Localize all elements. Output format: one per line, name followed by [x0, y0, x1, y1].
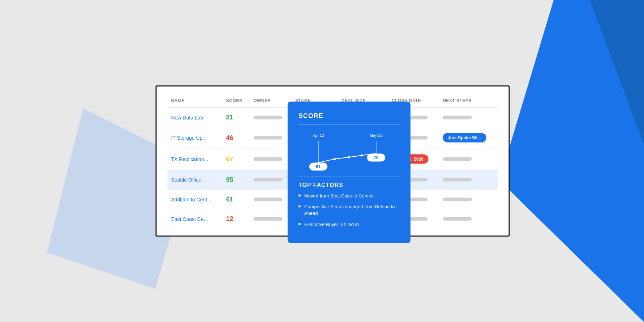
factor-bullet	[299, 194, 301, 196]
deal-owner	[250, 108, 292, 127]
deal-owner	[250, 170, 292, 190]
svg-text:Apr 12: Apr 12	[313, 133, 324, 138]
popup-divider-2	[299, 176, 400, 176]
deal-name[interactable]: Seattle Office	[167, 170, 222, 190]
svg-point-7	[334, 158, 336, 160]
deal-score: 81	[223, 108, 250, 127]
deal-name[interactable]: TX Replication...	[167, 148, 222, 170]
popup-factors-title: TOP FACTORS	[299, 182, 400, 188]
popup-score-title: SCORE	[299, 112, 400, 120]
factor-text: Executive Buyer is filled in	[304, 221, 359, 228]
factor-item: Moved from Best Case to Commit	[299, 193, 400, 199]
deal-name[interactable]: New Data Lab	[167, 108, 222, 127]
factor-text: Competitive Status changed from Behind t…	[304, 204, 400, 217]
svg-text:61: 61	[316, 164, 321, 169]
svg-point-9	[361, 154, 363, 156]
score-popup: SCORE Apr 12 May 22 61 75 TOP FACTORS Mo…	[288, 101, 411, 243]
factor-bullet	[299, 205, 301, 208]
deal-score: 61	[223, 190, 250, 209]
deal-owner	[250, 209, 292, 229]
deal-next-steps: Just Spoke Wi...	[439, 127, 498, 148]
score-chart-svg: Apr 12 May 22 61 75	[299, 132, 400, 171]
deal-score: 12	[223, 209, 250, 229]
factors-list: Moved from Best Case to CommitCompetitiv…	[299, 193, 400, 228]
col-header-name: NAME	[167, 94, 222, 108]
popup-divider-1	[299, 124, 400, 125]
col-header-nextsteps: NEXT STEPS	[439, 94, 498, 108]
svg-text:May 22: May 22	[370, 133, 383, 138]
deal-score: 95	[223, 170, 250, 190]
deal-next-steps	[439, 209, 498, 229]
col-header-owner: OWNER	[250, 94, 292, 108]
factor-bullet	[299, 223, 301, 225]
deal-next-steps	[439, 148, 498, 170]
deal-name[interactable]: East Coast Ce...	[167, 209, 222, 229]
svg-marker-1	[590, 0, 644, 144]
col-header-score: SCORE	[223, 94, 250, 108]
deal-name[interactable]: IT Storage Up...	[167, 127, 222, 148]
score-chart: Apr 12 May 22 61 75	[299, 132, 400, 171]
deal-next-steps	[439, 190, 498, 209]
deal-score: 67	[223, 148, 250, 170]
factor-item: Competitive Status changed from Behind t…	[299, 204, 400, 217]
factor-item: Executive Buyer is filled in	[299, 221, 400, 228]
svg-marker-0	[499, 0, 644, 322]
deal-owner	[250, 127, 292, 148]
deal-owner	[250, 148, 292, 170]
svg-text:75: 75	[374, 155, 379, 160]
deal-owner	[250, 190, 292, 209]
factor-text: Moved from Best Case to Commit	[304, 193, 375, 199]
deal-name[interactable]: Addition to Cent...	[167, 190, 222, 209]
deal-next-steps	[439, 108, 498, 127]
deal-next-steps	[439, 170, 498, 190]
deal-score: 46	[223, 127, 250, 148]
bg-shape-right	[499, 0, 644, 322]
svg-point-8	[348, 156, 350, 158]
